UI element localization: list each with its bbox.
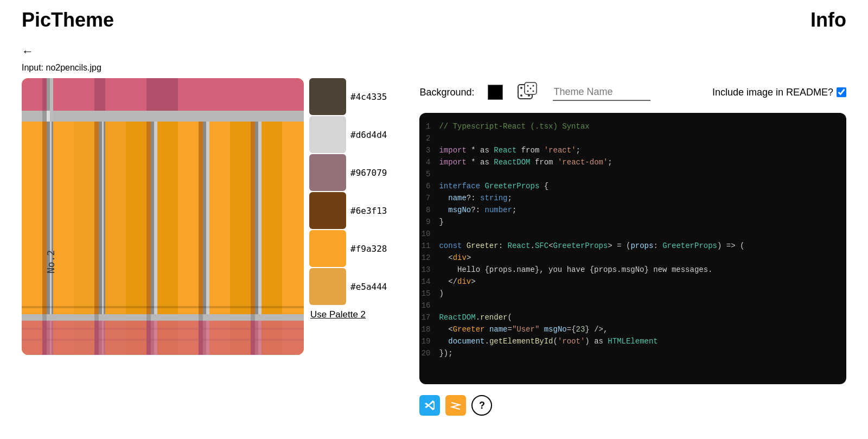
code-editor: 1// Typescript-React (.tsx) Syntax23impo… [419,113,846,384]
svg-rect-34 [126,111,178,122]
background-label: Background: [419,87,474,98]
svg-point-69 [520,87,522,89]
code-line: 13 Hello {props.name}, you have {props.m… [419,265,846,277]
code-line: 19 document.getElementById('root') as HT… [419,336,846,348]
line-number: 13 [419,265,439,274]
svg-rect-24 [94,78,105,111]
swatch-row-3: #967079 [309,154,387,191]
svg-rect-26 [74,111,126,122]
svg-text:No.2: No.2 [45,250,56,273]
line-content: const Greeter: React.SFC<GreeterProps> =… [439,241,744,250]
svg-rect-63 [146,314,151,321]
svg-rect-11 [53,78,74,111]
code-line: 1// Typescript-React (.tsx) Syntax [419,122,846,133]
color-swatch-2[interactable] [309,116,346,153]
svg-rect-60 [22,314,304,321]
line-content: import * as ReactDOM from 'react-dom'; [439,158,612,167]
swatch-hex-1: #4c4335 [350,92,387,102]
dice-icon[interactable] [516,80,540,104]
svg-rect-61 [42,314,47,321]
line-content: // Typescript-React (.tsx) Syntax [439,122,589,131]
color-swatch-4[interactable] [309,192,346,229]
svg-rect-23 [74,78,94,111]
line-number: 14 [419,277,439,286]
code-line: 6interface GreeterProps { [419,181,846,193]
line-number: 17 [419,313,439,322]
svg-rect-10 [50,78,53,111]
svg-point-78 [527,91,528,92]
help-icon[interactable]: ? [471,395,492,416]
use-palette-button[interactable]: Use Palette 2 [310,309,366,320]
line-content: Hello {props.name}, you have {props.msgN… [439,265,712,274]
svg-rect-16 [53,111,74,122]
controls-row: Background: Include image in README? [419,78,846,106]
line-number: 5 [419,170,439,179]
color-swatch-6[interactable] [309,268,346,305]
svg-rect-41 [178,111,230,122]
svg-rect-13 [42,111,47,122]
svg-rect-32 [126,78,146,111]
line-number: 12 [419,253,439,262]
line-content: ) [439,289,443,298]
svg-rect-59 [251,317,255,355]
line-content: document.getElementById('root') as HTMLE… [439,337,658,346]
line-number: 11 [419,241,439,250]
swatch-row-6: #e5a444 [309,268,387,305]
code-line: 4import * as ReactDOM from 'react-dom'; [419,157,846,169]
swatch-row-5: #f9a328 [309,230,387,267]
svg-rect-7 [22,78,42,111]
svg-rect-15 [50,111,53,122]
code-line: 2 [419,133,846,145]
line-number: 10 [419,230,439,238]
background-color-swatch[interactable] [488,85,503,100]
code-line: 18 <Greeter name="User" msgNo={23} />, [419,325,846,336]
sublime-icon[interactable] [445,395,466,416]
svg-point-75 [527,85,528,87]
code-line: 3import * as React from 'react'; [419,145,846,157]
color-swatch-5[interactable] [309,230,346,267]
back-button[interactable]: ← [22,44,34,59]
line-number: 9 [419,218,439,226]
color-swatch-1[interactable] [309,78,346,115]
svg-rect-55 [42,317,47,355]
svg-rect-65 [251,314,255,321]
code-line: 9} [419,217,846,229]
line-content: } [439,218,443,226]
line-number: 6 [419,182,439,190]
svg-point-77 [529,88,531,90]
code-line: 7 name?: string; [419,193,846,205]
readme-label: Include image in README? [712,87,846,98]
svg-rect-49 [230,111,304,122]
swatch-hex-5: #f9a328 [350,244,387,254]
swatch-hex-2: #d6d4d4 [350,130,387,140]
swatch-hex-4: #6e3f13 [350,206,387,216]
vscode-icon[interactable] [419,395,440,416]
color-swatch-3[interactable] [309,154,346,191]
header: PicTheme Info [0,0,868,40]
line-content: <div> [439,253,471,262]
svg-rect-14 [47,111,50,122]
svg-rect-64 [199,314,203,321]
readme-checkbox[interactable] [837,87,846,97]
line-content: }); [439,349,452,358]
svg-point-76 [532,85,534,87]
line-content: name?: string; [439,194,512,202]
theme-name-input[interactable] [553,84,650,101]
left-panel: No.2 #4c4335 #d6d4d4 #967079 [22,78,387,420]
line-content: </div> [439,277,475,286]
swatch-hex-6: #e5a444 [350,282,387,292]
swatch-row-2: #d6d4d4 [309,116,387,153]
svg-rect-62 [94,314,99,321]
svg-rect-57 [146,317,151,355]
line-number: 1 [419,122,439,131]
svg-rect-48 [230,78,304,111]
input-label: Input: no2pencils.jpg [0,63,868,73]
line-content: <Greeter name="User" msgNo={23} />, [439,325,608,334]
line-number: 19 [419,337,439,346]
code-line: 5 [419,169,846,181]
code-line: 10 [419,229,846,241]
svg-rect-8 [42,78,47,111]
swatch-row-1: #4c4335 [309,78,387,115]
palette-swatches: #4c4335 #d6d4d4 #967079 #6e3f13 #f9a328 [309,78,387,320]
svg-point-79 [532,91,534,92]
